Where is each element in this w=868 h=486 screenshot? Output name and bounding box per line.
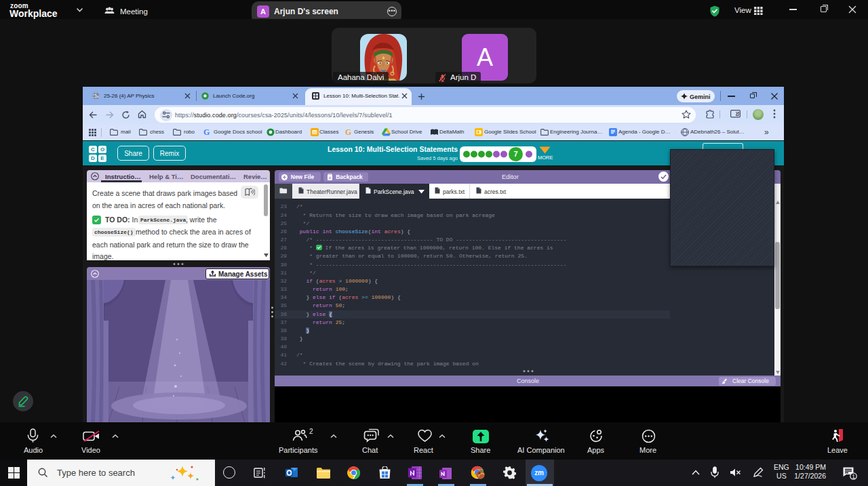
svg-text:1: 1 [852, 473, 855, 480]
